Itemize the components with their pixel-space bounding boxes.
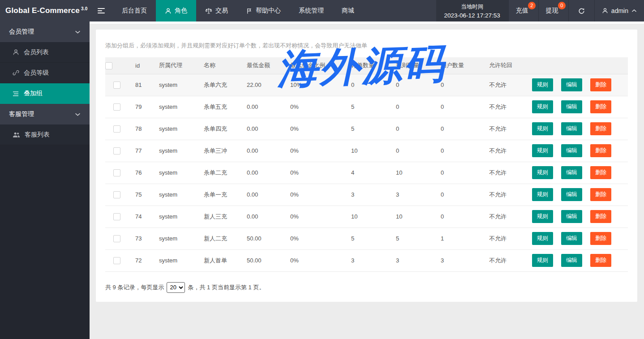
delete-button[interactable]: 删除: [590, 210, 611, 223]
row-checkbox[interactable]: [113, 235, 120, 242]
cell-agent: system: [152, 227, 197, 249]
cell-agent: system: [152, 249, 197, 271]
select-all-checkbox[interactable]: [105, 62, 112, 69]
delete-button[interactable]: 删除: [590, 254, 611, 267]
local-time-label: 当地时间: [444, 2, 500, 11]
sidebar-item-member-level[interactable]: 会员等级: [0, 63, 90, 83]
sidebar-item-label: 客服列表: [25, 131, 50, 139]
edit-button[interactable]: 编辑: [561, 100, 582, 113]
cell-min_amount: 0.00: [240, 140, 283, 162]
table-row: 75system杀单一充0.000%330不允许规则编辑删除: [105, 184, 628, 206]
row-checkbox[interactable]: [113, 82, 120, 89]
cell-loop: 不允许: [482, 184, 525, 206]
cell-users: 0: [434, 162, 482, 184]
row-checkbox[interactable]: [113, 147, 120, 154]
cell-min_amount: 0.00: [240, 162, 283, 184]
delete-button[interactable]: 删除: [590, 122, 611, 135]
edit-button[interactable]: 编辑: [561, 144, 582, 157]
chevron-down-icon: [75, 30, 81, 34]
sidebar-toggle-button[interactable]: [90, 0, 113, 21]
user-menu[interactable]: admin: [594, 0, 644, 21]
cell-agent: system: [152, 118, 197, 140]
table-row: 81system杀单六充22.0010%000不允许规则编辑删除: [105, 74, 628, 96]
person-icon: [165, 8, 172, 14]
cell-agent: system: [152, 162, 197, 184]
cell-loop: 不允许: [482, 140, 525, 162]
nav-item-dashboard[interactable]: 后台首页: [113, 0, 156, 21]
sidebar-item-label: 会员列表: [24, 48, 49, 56]
username: admin: [611, 7, 628, 14]
cell-loop: 不允许: [482, 249, 525, 271]
nav-item-system[interactable]: 系统管理: [290, 0, 333, 21]
table-row: 76system杀单二充0.000%4100不允许规则编辑删除: [105, 162, 628, 184]
cell-min_commission: 0%: [283, 140, 344, 162]
row-checkbox[interactable]: [113, 191, 120, 198]
link-icon: [13, 69, 19, 76]
cell-min_amount: 0.00: [240, 206, 283, 227]
nav-item-roles[interactable]: 角色: [156, 0, 196, 21]
delete-button[interactable]: 删除: [590, 188, 611, 201]
edit-button[interactable]: 编辑: [561, 254, 582, 267]
edit-button[interactable]: 编辑: [561, 232, 582, 245]
rule-button[interactable]: 规则: [532, 122, 553, 135]
sidebar-item-stack-group[interactable]: 叠加组: [0, 83, 90, 104]
rule-button[interactable]: 规则: [532, 232, 553, 245]
rule-button[interactable]: 规则: [532, 254, 553, 267]
nav-item-mall[interactable]: 商城: [333, 0, 363, 21]
cell-loop: 不允许: [482, 162, 525, 184]
rule-button[interactable]: 规则: [532, 78, 553, 91]
delete-button[interactable]: 删除: [590, 232, 611, 245]
cell-min_commission: 0%: [283, 206, 344, 227]
sidebar-item-member-list[interactable]: 会员列表: [0, 42, 90, 63]
sidebar-item-service-list[interactable]: 客服列表: [0, 124, 90, 145]
header-rule-count: 规则数量: [389, 57, 434, 74]
delete-button[interactable]: 删除: [590, 144, 611, 157]
cell-rules: 0: [389, 118, 434, 140]
chevron-down-icon: [75, 112, 81, 116]
cell-id: 75: [129, 184, 152, 206]
rule-button[interactable]: 规则: [532, 100, 553, 113]
row-checkbox[interactable]: [113, 257, 120, 264]
table-row: 79system杀单五充0.000%500不允许规则编辑删除: [105, 96, 628, 118]
edit-button[interactable]: 编辑: [561, 122, 582, 135]
row-checkbox[interactable]: [113, 169, 120, 176]
nav-item-help-center[interactable]: 帮助中心: [237, 0, 290, 21]
rule-button[interactable]: 规则: [532, 166, 553, 179]
pagination-suffix: 条，共 1 页当前显示第 1 页。: [188, 283, 265, 292]
withdraw-button[interactable]: 提现 0: [538, 0, 568, 21]
refresh-icon: [578, 7, 585, 15]
rule-button[interactable]: 规则: [532, 188, 553, 201]
cell-orders: 3: [344, 184, 389, 206]
row-checkbox[interactable]: [113, 103, 120, 111]
withdraw-label: 提现: [546, 7, 558, 15]
cell-rules: 3: [389, 184, 434, 206]
cell-name: 杀单二充: [197, 162, 240, 184]
cell-id: 78: [129, 118, 152, 140]
recharge-badge: 2: [528, 2, 536, 9]
cell-name: 杀单四充: [197, 118, 240, 140]
sidebar-group-member-management[interactable]: 会员管理: [0, 21, 90, 42]
rule-button[interactable]: 规则: [532, 210, 553, 223]
delete-button[interactable]: 删除: [590, 78, 611, 91]
delete-button[interactable]: 删除: [590, 100, 611, 113]
page-size-select[interactable]: 20: [167, 282, 185, 293]
list-icon: [13, 91, 19, 97]
sidebar-group-service-management[interactable]: 客服管理: [0, 104, 90, 124]
row-checkbox[interactable]: [113, 213, 120, 220]
nav-item-trade[interactable]: 交易: [196, 0, 237, 21]
cell-users: 3: [434, 249, 482, 271]
cell-name: 杀单三冲: [197, 140, 240, 162]
recharge-button[interactable]: 充值 2: [508, 0, 538, 21]
delete-button[interactable]: 删除: [590, 166, 611, 179]
edit-button[interactable]: 编辑: [561, 188, 582, 201]
edit-button[interactable]: 编辑: [561, 210, 582, 223]
refresh-button[interactable]: [568, 0, 594, 21]
edit-button[interactable]: 编辑: [561, 166, 582, 179]
cell-min_commission: 0%: [283, 249, 344, 271]
rule-button[interactable]: 规则: [532, 144, 553, 157]
row-checkbox[interactable]: [113, 125, 120, 133]
cell-users: 0: [434, 206, 482, 227]
cell-id: 72: [129, 249, 152, 271]
edit-button[interactable]: 编辑: [561, 78, 582, 91]
nav-item-label: 帮助中心: [256, 7, 281, 15]
